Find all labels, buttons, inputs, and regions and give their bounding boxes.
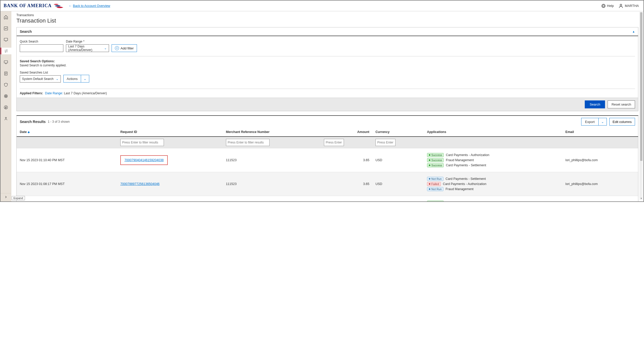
col-amount[interactable]: Amount [321,128,372,137]
cell-request-id: 7000790404146159204038 [117,148,223,172]
applied-filter-value: Last 7 Days (America/Denver) [64,91,107,95]
search-button[interactable]: Search [585,100,605,108]
actions-button[interactable]: Actions ⌄ [63,75,89,83]
quick-search-input[interactable] [20,44,63,52]
chevron-down-icon: ⌄ [81,75,89,82]
application-item: SuccessFraud Management [427,158,559,162]
user-icon [618,3,623,8]
back-to-overview-link[interactable]: Back to Account Overview [73,4,110,8]
svg-rect-5 [4,61,8,63]
user-menu[interactable]: MARTHA [618,3,639,8]
add-filter-button[interactable]: + Add filter [112,44,137,52]
nav-document-icon[interactable] [1,70,11,77]
request-id-link[interactable]: 7000790404146159204038 [124,158,164,162]
expand-tooltip: Expand [12,196,25,200]
nav-monitor-icon[interactable] [1,59,11,66]
logo-text: BANK OF AMERICA [4,3,52,8]
flag-icon [53,3,64,9]
application-item: SuccessCredit Card Credit Authorization [427,201,559,201]
date-range-select[interactable]: Last 7 Days (America/Denver) ⌄ [66,44,109,52]
cell-mrn: 111523 [223,148,321,172]
nav-person-icon[interactable] [1,115,11,122]
status-badge: Not Run [427,187,443,191]
chevron-down-icon: ⌄ [56,77,58,81]
search-panel-title: Search [20,29,32,34]
status-badge: Not Run [427,177,443,181]
application-name: Credit Card Credit Authorization [446,201,491,201]
help-label: Help [607,4,614,8]
nav-transactions-icon[interactable] [1,48,11,54]
main-content: Transactions Transaction List Search ▲ Q… [11,11,643,201]
nav-chart-icon[interactable] [1,25,11,32]
breadcrumb: Transactions [16,13,638,17]
svg-point-7 [4,95,7,98]
col-date[interactable]: Date◆ [17,128,117,137]
cell-applications: SuccessCard Payments - AuthorizationSucc… [424,148,562,172]
collapse-caret-icon: ▲ [632,30,635,33]
col-applications[interactable]: Applications [424,128,562,137]
nav-terminal-icon[interactable] [1,36,11,43]
chevron-down-icon: ⌄ [104,46,107,50]
application-name: Card Payments - Settlement [445,177,486,181]
cell-request-id: 7000788977256136504046 [117,172,223,196]
highlighted-request-box: 7000790404146159204038 [120,155,168,165]
date-range-label: Date Range * [66,40,109,43]
cell-request-id: 6994688865576650104004 [117,196,223,202]
export-label: Export [581,120,598,124]
quick-search-label: Quick Search [20,40,63,43]
nav-shield-icon[interactable] [1,81,11,88]
application-item: SuccessCard Payments - Settlement [427,163,559,167]
col-currency[interactable]: Currency [372,128,424,137]
application-name: Card Payments - Authorization [446,153,489,157]
vertical-scrollbar[interactable]: ▾ [640,12,643,200]
request-id-link[interactable]: 7000788977256136504046 [120,182,160,186]
cell-date: Nov 15 2023 01:10:40 PM MST [17,148,117,172]
cell-currency: USD [372,172,424,196]
cell-applications: Not RunCard Payments - SettlementFailedC… [424,172,562,196]
status-text: Success [431,159,442,162]
scroll-down-arrow-icon: ▾ [640,197,643,200]
plus-circle-icon: + [115,46,119,50]
status-badge: Success [427,201,444,201]
results-panel: Search Results 1 - 3 of 3 shown Export ⌄… [16,115,638,201]
filter-mrn-input[interactable] [226,139,270,146]
saved-searches-select[interactable]: System Default Search ⌄ [20,75,61,83]
nav-home-icon[interactable] [1,14,11,20]
request-id-link[interactable]: 6994688865576650104004 [120,201,160,201]
search-panel-header[interactable]: Search ▲ [17,27,638,36]
filter-amount-input[interactable] [324,139,344,146]
col-mrn[interactable]: Merchant Reference Number [223,128,321,137]
cell-email: lori_phillips@bofa.com [562,196,638,202]
application-item: FailedCard Payments - Authorization [427,182,559,186]
filter-currency-input[interactable] [375,139,395,146]
col-email[interactable]: Email [562,128,638,137]
application-name: Fraud Management [446,158,474,162]
help-button[interactable]: Help [601,4,614,8]
saved-list-value: System Default Search [22,77,54,81]
cell-amount: 2.09 [321,196,372,202]
sort-icon: ◆ [28,131,30,133]
table-row: Nov 15 2023 01:08:17 PM MST7000788977256… [17,172,638,196]
nav-target-icon[interactable] [1,93,11,99]
filter-request-id-input[interactable] [120,139,164,146]
status-text: Not Run [431,188,442,191]
scrollbar-thumb[interactable] [640,12,642,161]
brand-logo: BANK OF AMERICA [4,3,64,9]
cell-date: Nov 08 2023 11:41:26 AM MST [17,196,117,202]
export-button[interactable]: Export ⌄ [581,118,607,126]
application-name: Fraud Management [445,187,473,191]
expand-sidebar-button[interactable] [4,195,8,200]
cell-email: lori_phillips@bofa.com [562,172,638,196]
status-text: Not Run [431,177,442,180]
applied-filters-label: Applied Filters: [20,91,43,95]
table-row: Nov 15 2023 01:10:40 PM MST7000790404146… [17,148,638,172]
status-dot-icon [429,188,430,190]
edit-columns-button[interactable]: Edit columns [609,118,635,126]
reset-search-button[interactable]: Reset search [608,100,635,108]
left-sidebar: Expand [1,11,11,201]
chevron-down-icon: ⌄ [598,118,607,125]
col-request-id[interactable]: Request ID [117,128,223,137]
nav-payment-icon[interactable] [1,104,11,111]
application-item: Not RunFraud Management [427,187,559,191]
applied-filter-name: Date Range: [45,91,63,95]
